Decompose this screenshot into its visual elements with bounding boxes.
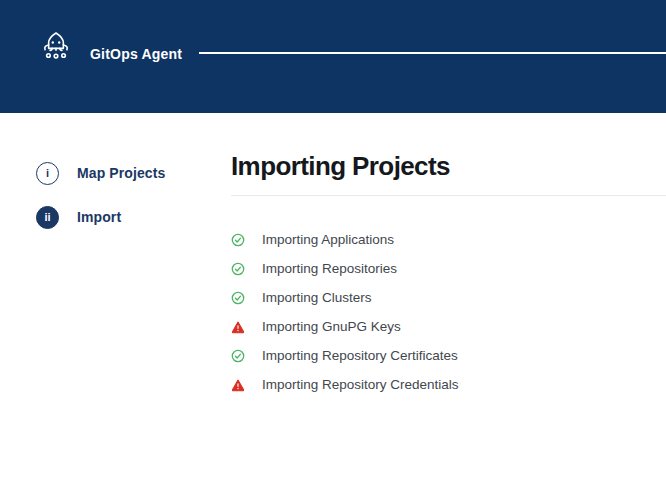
status-item: Importing Repository Credentials — [231, 370, 459, 399]
brand-title: GitOps Agent — [90, 46, 182, 62]
check-circle-icon — [231, 262, 245, 276]
status-item: Importing Clusters — [231, 283, 459, 312]
check-circle-icon — [231, 349, 245, 363]
status-item: Importing Repositories — [231, 254, 459, 283]
wizard-step-label-map-projects: Map Projects — [77, 165, 165, 181]
status-item: Importing Repository Certificates — [231, 341, 459, 370]
import-status-list: Importing Applications Importing Reposit… — [231, 225, 459, 399]
warning-triangle-icon — [231, 320, 245, 334]
status-item-label: Importing GnuPG Keys — [262, 319, 401, 334]
status-item: Importing GnuPG Keys — [231, 312, 459, 341]
header-divider — [199, 52, 666, 54]
warning-triangle-icon — [231, 378, 245, 392]
app-header: GitOps Agent — [0, 0, 666, 113]
step-1-badge: i — [36, 162, 59, 185]
wizard-nav: i Map Projects ii Import — [36, 161, 226, 229]
check-circle-icon — [231, 233, 245, 247]
page: GitOps Agent i Map Projects ii Import Im… — [0, 0, 666, 483]
status-item-label: Importing Repository Certificates — [262, 348, 458, 363]
wizard-step-map-projects[interactable]: i Map Projects — [36, 161, 226, 185]
step-2-badge: ii — [36, 206, 59, 229]
wizard-step-label-import: Import — [77, 209, 121, 225]
status-item: Importing Applications — [231, 225, 459, 254]
status-item-label: Importing Applications — [262, 232, 394, 247]
status-item-label: Importing Clusters — [262, 290, 372, 305]
status-item-label: Importing Repository Credentials — [262, 377, 459, 392]
check-circle-icon — [231, 291, 245, 305]
page-title: Importing Projects — [231, 151, 450, 182]
wizard-step-import[interactable]: ii Import — [36, 205, 226, 229]
title-divider — [231, 195, 666, 196]
status-item-label: Importing Repositories — [262, 261, 397, 276]
argo-squid-logo-icon — [39, 30, 73, 64]
